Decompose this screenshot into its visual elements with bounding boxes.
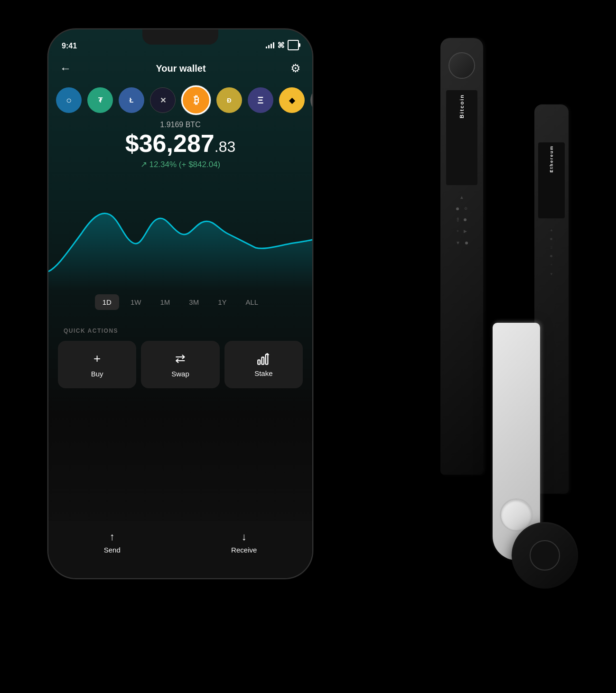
device1-row2: ₿ <box>457 217 467 222</box>
back-button[interactable]: ← <box>60 62 71 75</box>
phone-button-power <box>312 143 313 200</box>
buy-label: Buy <box>91 370 103 378</box>
coin-tether[interactable]: ₮ <box>87 87 113 113</box>
buy-button[interactable]: + Buy <box>58 341 136 388</box>
svg-rect-0 <box>258 360 261 364</box>
device2-controls: ▲ Ξ + ▼ <box>550 228 553 276</box>
receive-icon: ↓ <box>242 531 247 543</box>
usd-main: $36,287 <box>125 130 215 157</box>
swap-label: Swap <box>171 370 189 378</box>
quick-actions-container: + Buy ⇄ Swap Stake <box>58 341 303 388</box>
btc-balance: 1.9169 BTC <box>48 121 312 129</box>
chart-svg <box>48 177 312 290</box>
settings-button[interactable]: ⚙ <box>290 62 301 75</box>
stake-icon <box>257 352 270 365</box>
device1-text: Bitcoin <box>459 94 465 118</box>
coin-litecoin[interactable]: Ł <box>119 87 144 113</box>
time-btn-all[interactable]: ALL <box>238 294 266 310</box>
app-header: ← Your wallet ⚙ <box>48 53 312 84</box>
signal-bar-1 <box>266 47 267 48</box>
phone-notch <box>142 29 218 45</box>
signal-bar-2 <box>268 45 270 48</box>
buy-icon: + <box>93 351 101 366</box>
coin-xrp[interactable]: ✕ <box>150 87 176 113</box>
hardware-wallet-nano-x: Bitcoin ▲ ⚙ ₿ + ▶ ▼ <box>440 38 483 475</box>
scene: 9:41 ⌘ ← <box>0 0 616 693</box>
device2-text: Ethereum <box>549 145 554 173</box>
status-icons: ⌘ <box>266 40 299 50</box>
stake-button[interactable]: Stake <box>224 341 303 388</box>
page-title: Your wallet <box>156 63 205 74</box>
balance-area: 1.9169 BTC $36,287.83 ↗ 12.34% (+ $842.0… <box>48 121 312 169</box>
device1-dot3 <box>465 242 468 244</box>
phone: 9:41 ⌘ ← <box>47 28 313 579</box>
coin-bnb[interactable]: ◆ <box>279 87 305 113</box>
device2-dot2 <box>550 255 552 257</box>
hardware-wallet-puck <box>512 522 578 589</box>
time-btn-3m[interactable]: 3M <box>181 294 206 310</box>
time-btn-1y[interactable]: 1Y <box>210 294 234 310</box>
usd-balance: $36,287.83 <box>48 131 312 156</box>
price-change: ↗ 12.34% (+ $842.04) <box>48 159 312 169</box>
time-btn-1m[interactable]: 1M <box>152 294 177 310</box>
send-button[interactable]: ↑ Send <box>104 531 121 554</box>
stake-label: Stake <box>254 369 272 377</box>
coin-ethereum[interactable]: Ξ <box>248 87 273 113</box>
device2-screen: Ethereum <box>538 142 565 218</box>
swap-icon: ⇄ <box>175 351 186 366</box>
usd-cents: .83 <box>215 138 235 155</box>
signal-bar-3 <box>271 44 272 48</box>
device2-dot1 <box>550 238 552 240</box>
device1-row3: + ▶ <box>457 229 467 234</box>
device1-up: ▲ <box>459 195 464 200</box>
signal-bar-4 <box>273 42 274 48</box>
device1-dot1 <box>457 207 459 210</box>
send-label: Send <box>104 546 121 554</box>
quick-actions-label: QUICK ACTIONS <box>64 328 118 334</box>
receive-button[interactable]: ↓ Receive <box>231 531 257 554</box>
svg-rect-1 <box>262 357 264 364</box>
coin-algo[interactable]: A <box>310 87 312 113</box>
status-time: 9:41 <box>62 42 77 50</box>
coin-unknown[interactable]: ○ <box>56 87 82 113</box>
battery-icon <box>288 40 299 50</box>
device1-down: ▼ <box>456 240 468 245</box>
wifi-icon: ⌘ <box>277 41 285 50</box>
time-btn-1w[interactable]: 1W <box>123 294 149 310</box>
swap-button[interactable]: ⇄ Swap <box>141 341 219 388</box>
device1-screen: Bitcoin <box>446 90 477 185</box>
receive-label: Receive <box>231 546 257 554</box>
device1-controls: ▲ ⚙ ₿ + ▶ ▼ <box>456 195 468 245</box>
signal-bars-icon <box>266 42 274 48</box>
coin-bitcoin-active[interactable]: ₿ <box>181 85 211 115</box>
phone-screen: 9:41 ⌘ ← <box>48 29 312 578</box>
coin-selector-row: ○ ₮ Ł ✕ ₿ Ð Ξ ◆ A <box>48 84 312 117</box>
send-icon: ↑ <box>110 531 115 543</box>
time-btn-1d[interactable]: 1D <box>95 294 119 310</box>
coin-dogecoin[interactable]: Ð <box>216 87 242 113</box>
svg-rect-2 <box>266 354 268 364</box>
price-chart <box>48 177 312 290</box>
time-range-selector: 1D 1W 1M 3M 1Y ALL <box>48 294 312 310</box>
device1-dot2 <box>464 218 467 221</box>
bottom-action-bar: ↑ Send ↓ Receive <box>48 521 312 578</box>
device1-icons: ⚙ <box>457 206 467 211</box>
